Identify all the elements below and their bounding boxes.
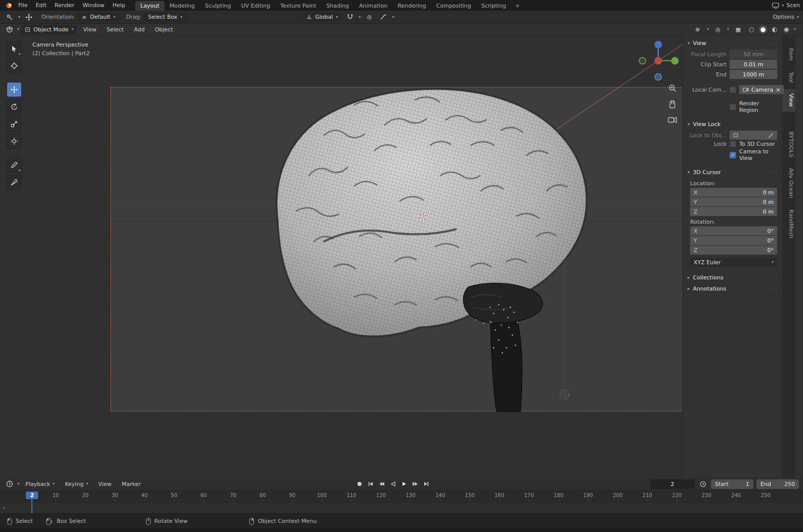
workspace-tab-sculpting[interactable]: Sculpting (200, 1, 236, 11)
workspace-tab-texture-paint[interactable]: Texture Paint (275, 1, 322, 11)
clip-start-field[interactable]: 0.01 m (730, 60, 777, 69)
tool-annotate[interactable] (7, 158, 21, 172)
tool-transform[interactable] (7, 134, 21, 148)
chevron-down-icon[interactable]: ▾ (18, 15, 20, 19)
frame-end-field[interactable]: End250 (756, 479, 799, 489)
previous-keyframe-button[interactable] (377, 479, 387, 488)
local-camera-field[interactable]: Camera × (739, 85, 784, 94)
chevron-down-icon[interactable]: ▾ (17, 27, 19, 31)
annotations-panel-header[interactable]: ▸ Annotations ···· (683, 283, 782, 294)
tool-cursor[interactable] (7, 59, 21, 73)
chevron-down-icon[interactable]: ▾ (17, 482, 19, 486)
shading-chevron-icon[interactable]: ▾ (794, 27, 796, 31)
add-workspace-button[interactable]: + (511, 1, 524, 11)
menu-edit[interactable]: Edit (31, 0, 50, 11)
timeline-marker-menu[interactable]: Marker (117, 481, 145, 487)
shading-wireframe-icon[interactable]: ○ (747, 25, 755, 33)
workspace-tab-shading[interactable]: Shading (322, 1, 354, 11)
panel-grip-icon[interactable]: ···· (769, 170, 778, 175)
3d-cursor-panel-header[interactable]: ▾ 3D Cursor ···· (683, 167, 782, 178)
sidebar-tab-item[interactable]: Item (782, 44, 795, 65)
timeline-track-area[interactable]: ‹ (0, 503, 803, 513)
current-frame-field[interactable]: 2 (650, 479, 695, 489)
jump-to-start-button[interactable] (366, 479, 376, 488)
proportional-editing-icon[interactable]: ◎ (364, 12, 375, 22)
workspace-tab-scripting[interactable]: Scripting (476, 1, 511, 11)
menu-file[interactable]: File (14, 0, 31, 11)
pan-hand-button[interactable] (670, 101, 675, 108)
tool-rotate[interactable] (7, 100, 21, 114)
menu-render[interactable]: Render (51, 0, 78, 11)
sidebar-tab-bytools[interactable]: BYTOOLS (782, 127, 795, 162)
tool-select-box[interactable] (7, 42, 21, 56)
xray-toggle-icon[interactable]: ▦ (733, 24, 744, 34)
viewport-menu-select[interactable]: Select (102, 26, 128, 33)
editor-type-3d-viewport-icon[interactable] (4, 24, 15, 34)
blender-logo-icon[interactable] (3, 1, 14, 11)
shading-rendered-icon[interactable]: ◉ (782, 25, 790, 33)
viewport-menu-view[interactable]: View (79, 26, 100, 33)
panel-grip-icon[interactable]: ···· (769, 286, 778, 292)
overlays-icon[interactable]: ◎ (712, 24, 724, 34)
focal-length-field[interactable]: 50 mm (730, 50, 777, 59)
viewport-canvas[interactable] (0, 24, 682, 478)
gizmo-z-neg-axis[interactable] (655, 74, 662, 80)
menu-window[interactable]: Window (78, 0, 108, 11)
gizmo-x-axis[interactable] (655, 57, 662, 65)
frame-start-field[interactable]: Start1 (711, 479, 753, 489)
viewport-menu-object[interactable]: Object (151, 26, 177, 33)
workspace-tab-animation[interactable]: Animation (354, 1, 392, 11)
local-camera-checkbox[interactable] (730, 87, 736, 93)
timeline-view-menu[interactable]: View (94, 481, 115, 487)
transform-orientation-dropdown[interactable]: Global ▾ (303, 12, 341, 22)
drag-dropdown[interactable]: Select Box ▾ (144, 12, 186, 22)
lock-to-object-field[interactable] (730, 131, 777, 140)
panel-grip-icon[interactable]: ···· (769, 40, 778, 46)
3d-viewport[interactable]: ▾ Object Mode ▾ View Select Add Object ⊕… (0, 24, 803, 478)
shading-material-icon[interactable]: ◐ (771, 25, 779, 33)
workspace-tab-compositing[interactable]: Compositing (431, 1, 476, 11)
sidebar-tab-view[interactable]: View (782, 89, 795, 111)
zoom-button[interactable] (669, 85, 676, 92)
timeline-editor[interactable]: ▾ Playback▾ Keying▾ View Marker 2 Start1… (0, 478, 803, 513)
play-button[interactable] (399, 479, 409, 488)
shading-solid-icon[interactable]: ● (759, 25, 767, 33)
cursor-location-y-field[interactable]: Y0 m (690, 197, 777, 207)
tool-scale[interactable] (7, 117, 21, 131)
collections-panel-header[interactable]: ▸ Collections ···· (683, 272, 782, 283)
clip-end-field[interactable]: 1000 m (730, 70, 777, 79)
camera-to-view-checkbox[interactable]: ✓ (730, 152, 736, 158)
rotation-mode-dropdown[interactable]: XYZ Euler ▾ (690, 258, 777, 267)
keying-menu[interactable]: Keying▾ (61, 481, 92, 487)
cursor-location-x-field[interactable]: X0 m (690, 188, 777, 197)
falloff-chevron-icon[interactable]: ▾ (392, 15, 394, 19)
camera-view-button[interactable] (668, 117, 676, 122)
clear-camera-icon[interactable]: × (776, 87, 780, 93)
render-region-checkbox[interactable] (730, 104, 736, 110)
workspace-tab-rendering[interactable]: Rendering (392, 1, 431, 11)
options-dropdown[interactable]: Options ▾ (773, 14, 799, 20)
snap-settings-chevron-icon[interactable]: ▾ (358, 15, 360, 19)
to-3d-cursor-checkbox[interactable] (730, 141, 736, 147)
editor-type-tool-icon[interactable] (4, 12, 15, 22)
tool-move[interactable] (7, 83, 21, 97)
jump-to-end-button[interactable] (421, 479, 431, 488)
cursor-rotation-y-field[interactable]: Y0° (690, 236, 777, 245)
sidebar-tab-randmesh[interactable]: RandMesh (782, 205, 795, 243)
view-lock-header[interactable]: ▾ View Lock (683, 118, 782, 130)
snap-magnet-icon[interactable] (344, 12, 355, 22)
panel-grip-icon[interactable]: ···· (769, 275, 778, 280)
playback-menu[interactable]: Playback▾ (21, 481, 59, 487)
sidebar-tab-tool[interactable]: Tool (782, 67, 795, 87)
eyedropper-icon[interactable] (768, 133, 774, 138)
record-button[interactable] (354, 479, 365, 488)
sidebar-tab-adv-ocean[interactable]: Adv Ocean (782, 163, 795, 203)
orientation-dropdown[interactable]: Default ▾ (78, 12, 119, 22)
next-keyframe-button[interactable] (410, 479, 420, 488)
workspace-tab-uv-editing[interactable]: UV Editing (236, 1, 275, 11)
cursor-location-z-field[interactable]: Z0 m (690, 207, 777, 216)
menu-help[interactable]: Help (108, 0, 129, 11)
mode-dropdown[interactable]: Object Mode ▾ (21, 25, 77, 34)
gizmo-z-axis[interactable] (655, 41, 662, 49)
use-preview-range-icon[interactable] (698, 479, 708, 488)
